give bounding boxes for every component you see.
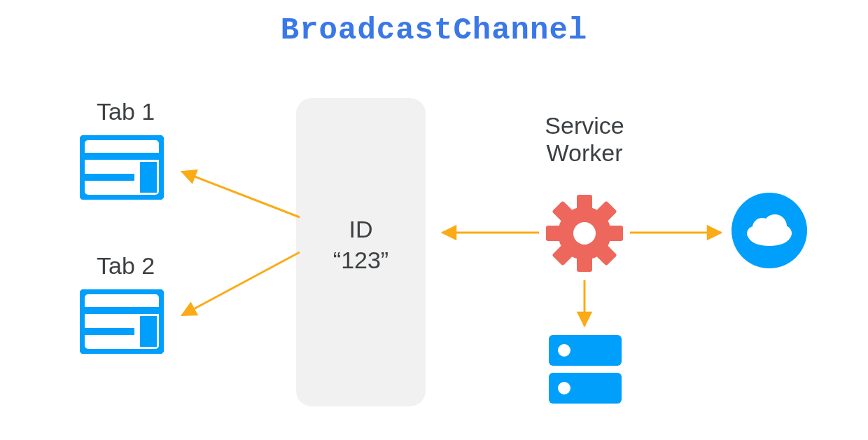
- svg-point-17: [573, 222, 596, 245]
- browser-tab-icon: [80, 289, 164, 354]
- svg-point-27: [558, 382, 570, 394]
- service-worker-label: Service Worker: [525, 112, 644, 167]
- svg-rect-3: [140, 162, 157, 193]
- channel-id: ID “123”: [296, 214, 426, 275]
- gear-icon: [546, 195, 623, 272]
- svg-point-23: [747, 226, 761, 240]
- broadcast-channel-node: ID “123”: [296, 98, 426, 406]
- svg-rect-7: [140, 316, 157, 347]
- svg-point-25: [558, 344, 570, 357]
- tab2-label: Tab 2: [97, 252, 155, 280]
- tab1-label: Tab 1: [97, 98, 155, 125]
- svg-point-22: [776, 226, 792, 241]
- channel-id-label: ID: [349, 216, 373, 242]
- service-worker-label-line2: Worker: [547, 139, 623, 166]
- browser-tab-icon: [80, 135, 164, 200]
- arrow-channel-to-tab2: [182, 252, 300, 315]
- cloud-icon: [732, 193, 807, 268]
- page-title: BroadcastChannel: [0, 13, 868, 48]
- arrow-channel-to-tab1: [182, 172, 300, 217]
- storage-icon: [549, 335, 622, 404]
- channel-id-value: “123”: [333, 247, 388, 273]
- service-worker-label-line1: Service: [545, 112, 624, 139]
